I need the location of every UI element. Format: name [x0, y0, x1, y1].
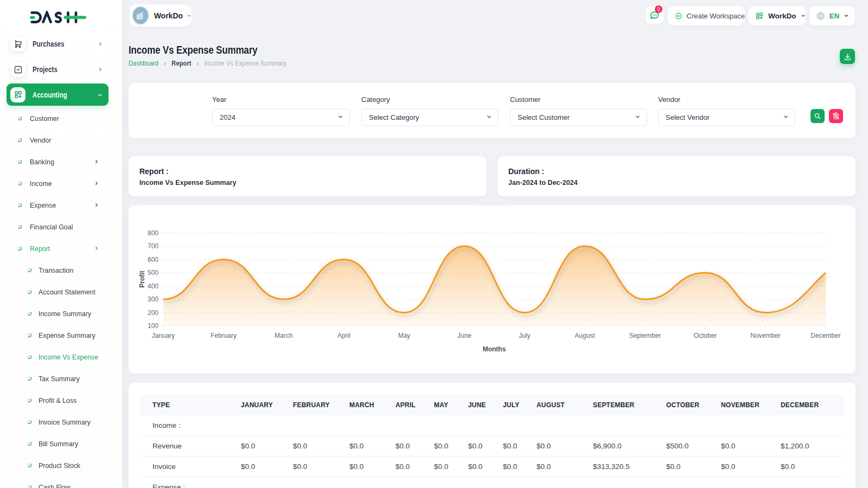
svg-text:September: September	[629, 332, 661, 339]
svg-text:Profit: Profit	[138, 271, 146, 287]
svg-text:January: January	[152, 332, 175, 339]
svg-text:June: June	[457, 332, 471, 339]
svg-text:200: 200	[148, 309, 158, 317]
svg-text:700: 700	[148, 242, 158, 250]
svg-text:July: July	[519, 332, 530, 339]
svg-text:100: 100	[148, 322, 158, 330]
svg-text:600: 600	[148, 256, 158, 264]
svg-text:December: December	[810, 332, 840, 339]
svg-text:March: March	[275, 332, 292, 339]
svg-text:February: February	[210, 332, 237, 339]
svg-text:November: November	[750, 332, 780, 339]
svg-text:500: 500	[148, 269, 158, 277]
svg-text:October: October	[694, 332, 717, 339]
svg-text:Months: Months	[483, 345, 506, 353]
svg-text:300: 300	[148, 296, 158, 303]
svg-text:400: 400	[148, 282, 158, 290]
svg-text:800: 800	[148, 229, 158, 237]
svg-text:May: May	[398, 332, 411, 339]
svg-text:April: April	[337, 332, 350, 339]
svg-text:August: August	[575, 332, 595, 339]
